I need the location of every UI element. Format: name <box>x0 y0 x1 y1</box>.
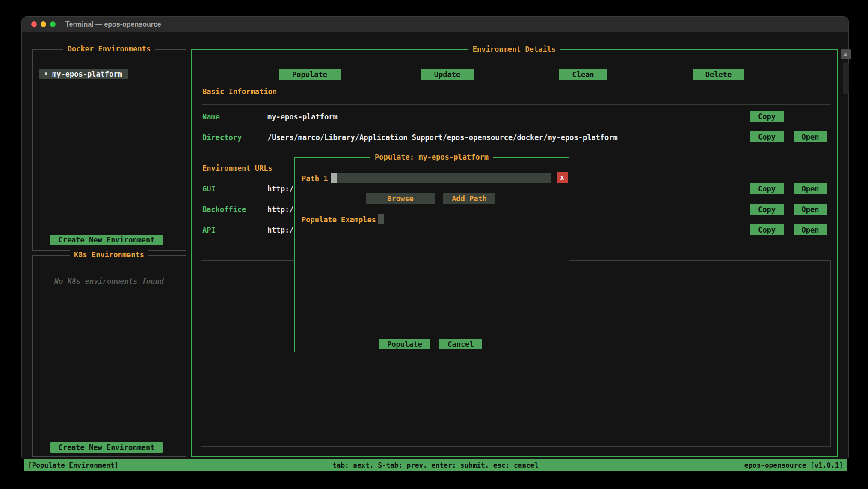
add-path-button[interactable]: Add Path <box>443 193 495 204</box>
minimize-button[interactable] <box>41 21 46 27</box>
basic-information-heading: Basic Information <box>202 87 277 96</box>
k8s-create-env-button[interactable]: Create New Environment <box>50 442 163 453</box>
terminal-content: Docker Environments • my-epos-platform C… <box>22 32 848 461</box>
remove-path-button[interactable]: x <box>557 172 568 183</box>
scrollbar-thumb[interactable] <box>843 62 849 94</box>
directory-value: /Users/marco/Library/Application Support… <box>267 133 618 142</box>
path-1-input[interactable] <box>331 173 551 183</box>
backoffice-copy-button[interactable]: Copy <box>750 204 784 215</box>
populate-examples-label: Populate Examples <box>302 215 376 224</box>
api-value: http:/ <box>267 226 293 234</box>
text-cursor <box>331 173 337 183</box>
backoffice-label: Backoffice <box>202 205 246 214</box>
docker-env-name: my-epos-platform <box>52 70 122 78</box>
status-keybindings: tab: next, S-tab: prev, enter: submit, e… <box>24 461 847 469</box>
docker-create-env-button[interactable]: Create New Environment <box>50 235 163 245</box>
k8s-environments-panel: K8s Environments No K8s environments fou… <box>32 255 186 457</box>
modal-populate-button[interactable]: Populate <box>379 339 430 349</box>
status-bar: [Populate Environment] tab: next, S-tab:… <box>24 459 847 471</box>
zoom-button[interactable] <box>50 21 56 27</box>
name-value: my-epos-platform <box>267 113 338 121</box>
backoffice-value: http:/ <box>267 205 293 214</box>
window-title: Terminal — epos-opensource <box>65 21 161 28</box>
k8s-panel-title: K8s Environments <box>70 250 148 259</box>
k8s-empty-text: No K8s environments found <box>33 277 186 286</box>
details-panel-title: Environment Details <box>468 45 560 54</box>
gui-copy-button[interactable]: Copy <box>750 183 784 194</box>
docker-environments-panel: Docker Environments • my-epos-platform C… <box>32 49 186 251</box>
terminal-window: Terminal — epos-opensource Docker Enviro… <box>21 16 849 462</box>
directory-open-button[interactable]: Open <box>794 131 827 142</box>
populate-action-button[interactable]: Populate <box>279 69 341 80</box>
backoffice-open-button[interactable]: Open <box>794 204 827 215</box>
name-label: Name <box>202 113 220 121</box>
docker-env-list-item[interactable]: • my-epos-platform <box>39 69 128 79</box>
delete-action-button[interactable]: Delete <box>693 69 744 80</box>
close-button[interactable] <box>31 21 37 27</box>
titlebar: Terminal — epos-opensource <box>22 17 848 32</box>
populate-modal: Populate: my-epos-platform Path 1 x Brow… <box>294 157 569 352</box>
gui-value: http:/ <box>267 185 293 193</box>
gui-label: GUI <box>202 185 216 193</box>
clean-action-button[interactable]: Clean <box>559 69 607 80</box>
docker-panel-title: Docker Environments <box>63 45 155 53</box>
api-copy-button[interactable]: Copy <box>750 224 784 235</box>
divider <box>202 104 831 105</box>
browse-button[interactable]: Browse <box>366 193 435 204</box>
status-version: epos-opensource [v1.0.1] <box>744 461 843 469</box>
api-open-button[interactable]: Open <box>794 224 827 235</box>
scrollback-indicator-icon: ≡ <box>841 49 851 59</box>
api-label: API <box>202 226 216 234</box>
update-action-button[interactable]: Update <box>421 69 474 80</box>
name-copy-button[interactable]: Copy <box>750 111 784 122</box>
directory-copy-button[interactable]: Copy <box>750 131 784 142</box>
gui-open-button[interactable]: Open <box>794 183 827 194</box>
directory-label: Directory <box>202 133 242 142</box>
path-1-label: Path 1 <box>302 174 328 183</box>
modal-cancel-button[interactable]: Cancel <box>439 339 482 349</box>
environment-urls-heading: Environment URLs <box>202 164 273 173</box>
populate-examples-checkbox[interactable] <box>378 214 384 224</box>
selected-bullet-icon: • <box>44 70 48 78</box>
